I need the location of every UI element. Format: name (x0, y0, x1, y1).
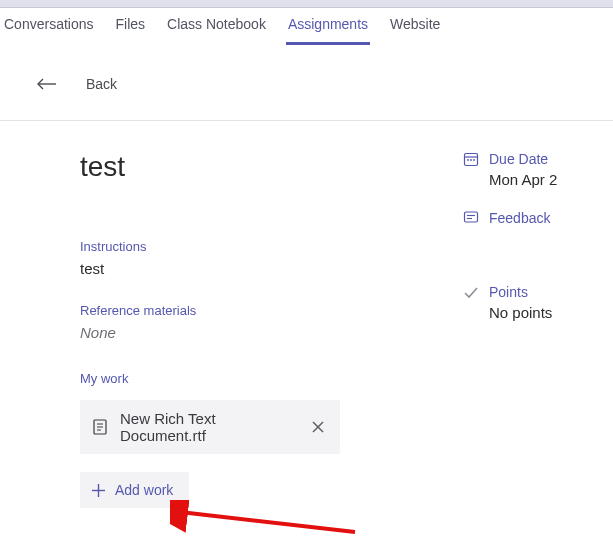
calendar-icon (463, 151, 479, 167)
reference-materials-value: None (80, 324, 439, 341)
checkmark-icon (463, 284, 479, 300)
side-column: Due Date Mon Apr 2 Feedback Points No po… (463, 151, 613, 508)
tab-website[interactable]: Website (388, 8, 442, 45)
svg-point-13 (473, 159, 475, 161)
attached-file-name: New Rich Text Document.rtf (120, 410, 298, 444)
main-column: test Instructions test Reference materia… (0, 151, 463, 508)
feedback-label: Feedback (489, 210, 550, 226)
tab-conversations[interactable]: Conversations (2, 8, 96, 45)
instructions-label: Instructions (80, 239, 439, 254)
my-work-label: My work (80, 371, 439, 386)
feedback-icon (463, 210, 479, 226)
reference-materials-label: Reference materials (80, 303, 439, 318)
svg-point-12 (470, 159, 472, 161)
back-row: Back (0, 58, 613, 120)
due-date-value: Mon Apr 2 (489, 171, 603, 188)
tab-files[interactable]: Files (114, 8, 148, 45)
back-label[interactable]: Back (86, 76, 117, 92)
add-work-label: Add work (115, 482, 173, 498)
assignment-content: test Instructions test Reference materia… (0, 121, 613, 508)
remove-file-icon[interactable] (310, 421, 326, 433)
points-value: No points (489, 304, 603, 321)
back-arrow-icon[interactable] (36, 78, 58, 90)
document-icon (92, 419, 108, 435)
tab-assignments[interactable]: Assignments (286, 8, 370, 45)
svg-point-11 (467, 159, 469, 161)
points-label: Points (489, 284, 528, 300)
plus-icon (92, 484, 105, 497)
tab-class-notebook[interactable]: Class Notebook (165, 8, 268, 45)
attached-file[interactable]: New Rich Text Document.rtf (80, 400, 340, 454)
svg-rect-14 (465, 212, 478, 222)
channel-tabs: Conversations Files Class Notebook Assig… (0, 10, 613, 46)
assignment-title: test (80, 151, 439, 183)
due-date-label: Due Date (489, 151, 548, 167)
instructions-text: test (80, 260, 439, 277)
add-work-button[interactable]: Add work (80, 472, 189, 508)
feedback-row[interactable]: Feedback (463, 210, 603, 226)
window-chrome-strip (0, 0, 613, 8)
svg-line-18 (180, 512, 355, 532)
